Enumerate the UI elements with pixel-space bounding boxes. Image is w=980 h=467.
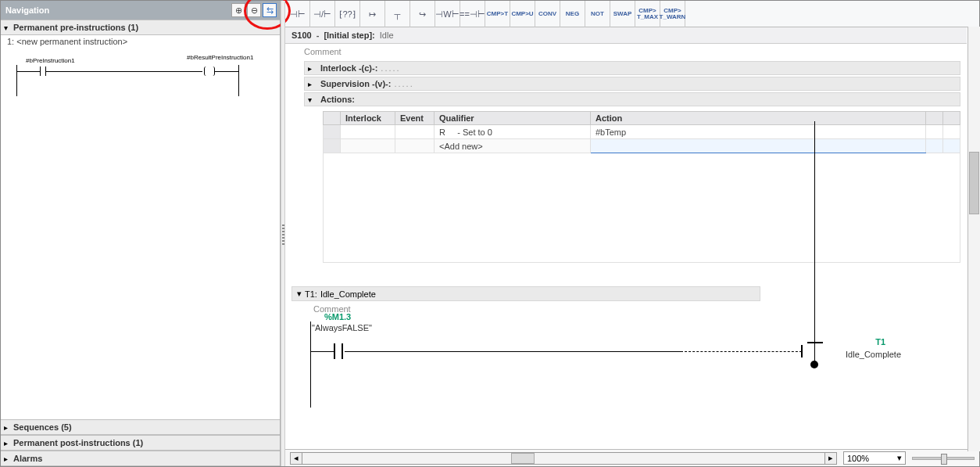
nav-section-label: Permanent post-instructions (1)	[13, 438, 143, 447]
zoom-slider[interactable]	[912, 457, 975, 460]
col-event[interactable]: Event	[395, 112, 435, 125]
col-extra2	[943, 112, 960, 125]
section-label: Actions:	[320, 95, 355, 104]
col-qualifier[interactable]: Qualifier	[435, 112, 591, 125]
nav-section-label: Permanent pre-instructions (1)	[13, 23, 138, 32]
tb-nc-contact[interactable]: ⊣/⊢	[310, 1, 335, 27]
tag-address[interactable]: %M1.3	[324, 312, 351, 322]
cell-qualifier[interactable]: R - Set to 0	[435, 125, 591, 139]
sync-view-icon[interactable]: ⇆	[263, 3, 277, 17]
cell-action-input[interactable]	[591, 139, 926, 153]
tb-swap[interactable]: SWAP	[610, 1, 635, 27]
zoom-in-icon[interactable]: ⊕	[231, 3, 245, 17]
placeholder-dots: .....	[394, 79, 413, 88]
hscroll-thumb[interactable]	[511, 453, 535, 464]
vertical-scrollbar[interactable]	[967, 27, 980, 451]
tb-branch-close[interactable]: ↪	[410, 1, 435, 27]
tb-cmp-tmax[interactable]: CMP> T_MAX	[635, 1, 660, 27]
step-id: S100	[291, 31, 312, 40]
step-comment[interactable]: Comment	[285, 44, 967, 59]
zoom-select[interactable]: 100% ▾	[843, 451, 906, 465]
chevron-down-icon: ▾	[308, 95, 317, 104]
dropdown-icon: ▾	[897, 453, 902, 463]
tb-cmp-t[interactable]: CMP>T	[485, 1, 510, 27]
zoom-slider-knob[interactable]	[941, 454, 947, 465]
transition-header[interactable]: ▾ T1: Idle_Complete	[291, 286, 760, 301]
chevron-right-icon: ▸	[308, 80, 317, 88]
scroll-left-button[interactable]: ◂	[290, 452, 302, 465]
row-selector-header	[324, 112, 341, 125]
permanent-instruction-item[interactable]: 1: <new permanent instruction>	[1, 35, 280, 48]
tag-symbol[interactable]: "AlwaysFALSE"	[312, 323, 372, 332]
chevron-down-icon: ▾	[4, 23, 13, 32]
step-name: Idle	[380, 31, 394, 40]
col-interlock[interactable]: Interlock	[341, 112, 395, 125]
section-label: Interlock -(c)-:	[320, 63, 377, 73]
action-row[interactable]: R - Set to 0 #bTemp	[324, 125, 960, 139]
actions-section[interactable]: ▾ Actions:	[304, 92, 960, 106]
tb-cmp-u[interactable]: CMP>U	[510, 1, 535, 27]
nav-section-post-instructions[interactable]: ▸ Permanent post-instructions (1)	[1, 435, 280, 451]
tb-branch-open[interactable]: ┬	[385, 1, 410, 27]
table-header-row: Interlock Event Qualifier Action	[324, 112, 960, 125]
placeholder-dots: .....	[381, 63, 400, 73]
tb-no-contact[interactable]: ⊣⊢	[285, 1, 310, 27]
editor-content: S100 - [Initial step]: Idle Comment ▸ In…	[285, 27, 979, 449]
mini-right-label: #bResultPreInstruction1	[187, 54, 241, 61]
status-bar: ◂ ▸ 100% ▾	[285, 449, 979, 466]
col-extra1	[926, 112, 943, 125]
instruction-toolbar: ⊣⊢ ⊣/⊢ ⁅??⁆ ↦ ┬ ↪ ⊣W⊢ ==⊣⊢ CMP>T CMP>U C…	[285, 1, 979, 27]
transition-ladder: %M1.3 "AlwaysFALSE"	[310, 328, 967, 406]
actions-table-container: Interlock Event Qualifier Action	[323, 111, 960, 263]
transition-id: T1:	[305, 289, 317, 299]
nav-body: 1: <new permanent instruction> #bPreInst…	[1, 35, 280, 419]
tb-branch-right[interactable]: ↦	[360, 1, 385, 27]
chevron-right-icon: ▸	[4, 423, 13, 432]
tb-empty-box[interactable]: ⁅??⁆	[335, 1, 360, 27]
zoom-out-icon[interactable]: ⊖	[247, 3, 261, 17]
tb-not[interactable]: NOT	[585, 1, 610, 27]
chevron-right-icon: ▸	[4, 439, 13, 447]
scroll-thumb[interactable]	[969, 152, 979, 214]
navigation-title: Navigation	[4, 5, 49, 15]
interlock-section[interactable]: ▸ Interlock -(c)-: .....	[304, 61, 960, 75]
chevron-down-icon: ▾	[297, 289, 302, 299]
transition-name: Idle_Complete	[320, 289, 376, 299]
empty-row	[324, 153, 960, 263]
nav-section-alarms[interactable]: ▸ Alarms	[1, 451, 280, 466]
section-label: Supervision -(v)-:	[320, 79, 391, 88]
tb-conv[interactable]: CONV	[535, 1, 560, 27]
nav-section-pre-instructions[interactable]: ▾ Permanent pre-instructions (1)	[1, 20, 280, 35]
navigation-header: Navigation ⊕ ⊖ ⇆	[1, 1, 280, 20]
tb-cmp-twarn[interactable]: CMP> T_WARN	[660, 1, 685, 27]
transition-comment[interactable]: Comment	[291, 301, 967, 317]
step-label: [Initial step]:	[324, 31, 374, 40]
main-panel: ⊣⊢ ⊣/⊢ ⁅??⁆ ↦ ┬ ↪ ⊣W⊢ ==⊣⊢ CMP>T CMP>U C…	[285, 1, 979, 466]
col-action[interactable]: Action	[591, 112, 926, 125]
cell-add-new[interactable]: <Add new>	[435, 139, 591, 153]
mini-left-label: #bPreInstruction1	[26, 57, 75, 64]
transition-block: ▾ T1: Idle_Complete Comment %M1.3 "Alway…	[285, 286, 967, 419]
chevron-right-icon: ▸	[4, 454, 13, 463]
nav-section-sequences[interactable]: ▸ Sequences (5)	[1, 419, 280, 435]
tb-neg[interactable]: NEG	[560, 1, 585, 27]
supervision-section[interactable]: ▸ Supervision -(v)-: .....	[304, 77, 960, 91]
horizontal-scrollbar[interactable]: ◂ ▸	[290, 452, 837, 465]
nav-section-label: Alarms	[13, 454, 42, 463]
step-header[interactable]: S100 - [Initial step]: Idle	[285, 27, 967, 44]
tb-cmp-contact[interactable]: ==⊣⊢	[460, 1, 485, 27]
nav-section-label: Sequences (5)	[13, 422, 72, 432]
tb-word-contact[interactable]: ⊣W⊢	[435, 1, 460, 27]
add-new-row[interactable]: <Add new>	[324, 139, 960, 153]
ladder-mini-diagram: #bPreInstruction1 #bResultPreInstruction…	[1, 48, 280, 95]
navigation-panel: Navigation ⊕ ⊖ ⇆ ▾ Permanent pre-instruc…	[1, 1, 281, 466]
scroll-right-button[interactable]: ▸	[824, 452, 837, 465]
zoom-value: 100%	[847, 454, 869, 463]
chevron-right-icon: ▸	[308, 64, 317, 73]
cell-action[interactable]: #bTemp	[591, 125, 926, 139]
actions-table: Interlock Event Qualifier Action	[323, 111, 960, 263]
